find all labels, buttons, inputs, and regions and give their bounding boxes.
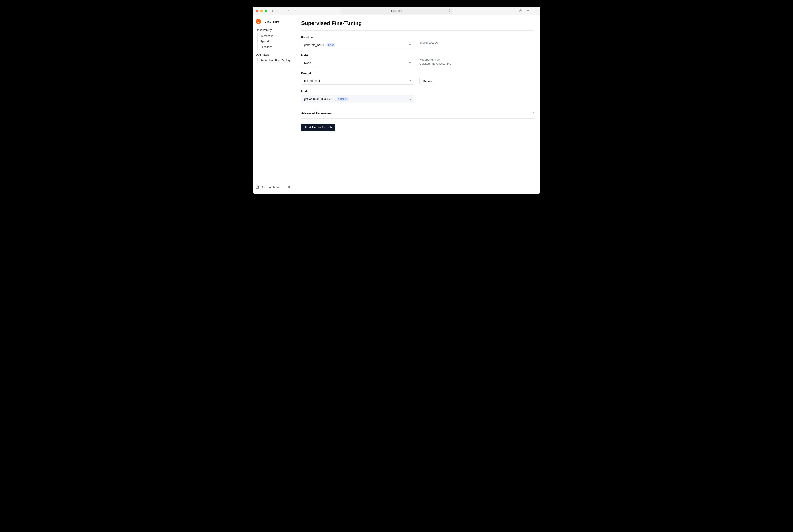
function-badge: Chat xyxy=(326,43,335,47)
traffic-lights xyxy=(256,10,267,12)
nav-item-inferences[interactable]: Inferences xyxy=(257,33,293,39)
nav-back-button[interactable] xyxy=(287,9,290,13)
brand[interactable]: 0 TensorZero xyxy=(252,17,295,27)
collapse-sidebar-icon[interactable] xyxy=(288,185,292,189)
advanced-title: Advanced Parameters xyxy=(301,112,332,115)
reload-icon[interactable] xyxy=(448,9,450,13)
document-icon xyxy=(256,185,259,189)
sidebar-toggle-icon[interactable] xyxy=(271,8,276,13)
brand-name: TensorZero xyxy=(263,20,279,23)
model-select[interactable]: gpt-4o-mini-2024-07-18 OpenAI xyxy=(301,95,414,103)
chevron-down-icon xyxy=(409,61,412,65)
nav-item-functions[interactable]: Functions xyxy=(257,44,293,50)
chevron-down-icon xyxy=(409,43,412,47)
updown-icon xyxy=(409,97,412,101)
url-text: localhost xyxy=(391,10,402,13)
curated-info: Curated Inferences: N/A xyxy=(420,62,534,65)
window-close-button[interactable] xyxy=(256,10,258,12)
nav-forward-button[interactable] xyxy=(294,9,297,13)
model-badge: OpenAI xyxy=(337,97,349,101)
start-finetuning-button[interactable]: Start Fine-tuning Job xyxy=(301,124,335,131)
function-select[interactable]: generate_haiku Chat xyxy=(301,41,414,49)
share-icon[interactable] xyxy=(519,9,522,13)
browser-window: localhost 0 TensorZero Observability Inf… xyxy=(252,7,541,194)
svg-rect-8 xyxy=(289,186,291,188)
titlebar: localhost xyxy=(252,7,541,15)
prompt-value: gpt_4o_mini xyxy=(304,79,320,82)
svg-rect-5 xyxy=(535,10,537,12)
advanced-parameters-accordion[interactable]: Advanced Parameters xyxy=(301,108,534,119)
sidebar: 0 TensorZero Observability Inferences Ep… xyxy=(252,15,295,194)
prompt-label: Prompt xyxy=(301,72,414,75)
main-content: Supervised Fine-Tuning Function generate… xyxy=(295,15,541,194)
documentation-label: Documentation xyxy=(261,186,280,189)
documentation-link[interactable]: Documentation xyxy=(256,185,280,189)
nav-item-sft[interactable]: Supervised Fine-Tuning xyxy=(257,58,293,63)
feedbacks-info: Feedbacks: N/A xyxy=(420,58,534,61)
new-tab-icon[interactable] xyxy=(526,9,530,13)
window-maximize-button[interactable] xyxy=(265,10,267,12)
details-button[interactable]: Details xyxy=(420,77,435,85)
metric-select[interactable]: None xyxy=(301,59,414,67)
nav-section-observability: Observability xyxy=(252,27,295,33)
prompt-select[interactable]: gpt_4o_mini xyxy=(301,77,414,84)
chevron-down-icon[interactable] xyxy=(278,8,283,13)
tabs-icon[interactable] xyxy=(534,9,537,13)
inferences-info: Inferences: 20 xyxy=(420,41,534,44)
svg-rect-0 xyxy=(272,10,275,12)
function-value: generate_haiku xyxy=(304,43,324,47)
function-label: Function xyxy=(301,36,414,39)
window-minimize-button[interactable] xyxy=(260,10,263,12)
metric-value: None xyxy=(304,61,311,64)
brand-logo: 0 xyxy=(256,19,261,24)
page-title: Supervised Fine-Tuning xyxy=(301,20,534,31)
nav-item-episodes[interactable]: Episodes xyxy=(257,39,293,44)
metric-label: Metric xyxy=(301,54,414,57)
nav-section-optimization: Optimization xyxy=(252,52,295,58)
model-value: gpt-4o-mini-2024-07-18 xyxy=(304,97,334,101)
chevron-down-icon xyxy=(409,79,412,83)
url-bar[interactable]: localhost xyxy=(341,8,452,14)
model-label: Model xyxy=(301,90,414,93)
chevron-down-icon xyxy=(531,111,534,115)
